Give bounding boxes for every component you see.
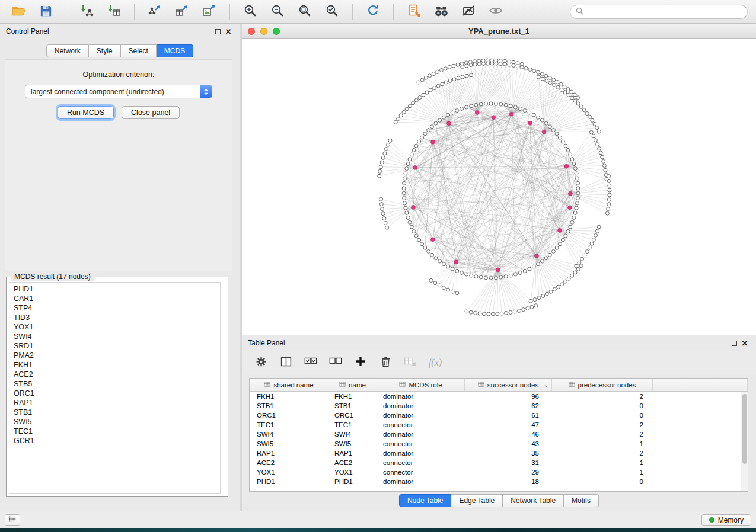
- table-cell[interactable]: 61: [465, 411, 552, 420]
- mcds-result-item[interactable]: ORC1: [14, 389, 216, 398]
- table-cell[interactable]: 1: [552, 458, 653, 467]
- table-cell[interactable]: 2: [552, 448, 653, 458]
- zoom-fit-button[interactable]: [292, 2, 317, 21]
- mcds-result-item[interactable]: SWI5: [14, 417, 216, 427]
- mcds-result-item[interactable]: PMA2: [14, 351, 216, 360]
- float-panel-button[interactable]: [212, 26, 223, 37]
- scrollbar-thumb[interactable]: [742, 394, 747, 464]
- mcds-result-item[interactable]: SRD1: [14, 341, 216, 351]
- table-row[interactable]: RAP1RAP1dominator352: [250, 448, 748, 458]
- table-cell[interactable]: 1: [552, 439, 653, 448]
- network-canvas[interactable]: [242, 39, 756, 335]
- mcds-result-item[interactable]: TEC1: [14, 427, 216, 436]
- table-cell[interactable]: 47: [465, 420, 552, 430]
- chevron-down-icon[interactable]: ⌄: [544, 382, 548, 388]
- column-header-predecessor-nodes[interactable]: predecessor nodes: [552, 379, 653, 391]
- table-cell[interactable]: 96: [465, 392, 552, 401]
- table-cell[interactable]: STB1: [328, 401, 377, 411]
- table-cell[interactable]: RAP1: [328, 448, 377, 458]
- table-cell[interactable]: TEC1: [250, 420, 328, 430]
- function-builder-button[interactable]: f(x): [425, 354, 446, 371]
- table-cell[interactable]: 1: [552, 467, 653, 477]
- table-cell[interactable]: 2: [552, 430, 653, 439]
- import-network-file-button[interactable]: [74, 2, 99, 21]
- minimize-window-button[interactable]: [260, 28, 267, 35]
- table-row[interactable]: YOX1YOX1connector291: [250, 467, 748, 477]
- network-graph[interactable]: [242, 39, 756, 335]
- table-cell[interactable]: ACE2: [328, 458, 377, 467]
- table-cell[interactable]: ORC1: [250, 411, 328, 420]
- table-row[interactable]: ORC1ORC1dominator610: [250, 411, 748, 420]
- select-all-button[interactable]: [300, 354, 321, 371]
- table-cell[interactable]: FKH1: [328, 392, 377, 401]
- table-row[interactable]: ACE2ACE2connector311: [250, 458, 748, 467]
- mcds-result-item[interactable]: FKH1: [14, 360, 216, 370]
- table-cell[interactable]: connector: [377, 420, 465, 430]
- table-cell[interactable]: SWI5: [250, 439, 328, 448]
- mcds-result-item[interactable]: RAP1: [14, 398, 216, 408]
- mcds-result-item[interactable]: GCR1: [14, 436, 216, 446]
- search-network-button[interactable]: [429, 2, 454, 21]
- table-cell[interactable]: PHD1: [250, 477, 328, 486]
- delete-row-button[interactable]: [375, 354, 396, 371]
- mcds-result-item[interactable]: SWI4: [14, 332, 216, 341]
- close-window-button[interactable]: [248, 28, 255, 35]
- mcds-result-item[interactable]: STB5: [14, 379, 216, 389]
- tab-mcds[interactable]: MCDS: [157, 44, 193, 57]
- table-cell[interactable]: connector: [377, 467, 465, 477]
- tab-style[interactable]: Style: [89, 44, 121, 57]
- table-row[interactable]: STB1STB1dominator620: [250, 401, 748, 411]
- clone-network-button[interactable]: [401, 2, 426, 21]
- show-columns-button[interactable]: [275, 354, 296, 371]
- table-cell[interactable]: 0: [552, 401, 653, 411]
- mcds-result-item[interactable]: STP4: [14, 303, 216, 313]
- float-table-panel-button[interactable]: [729, 338, 739, 348]
- table-cell[interactable]: 43: [465, 439, 552, 448]
- mcds-result-item[interactable]: STB1: [14, 408, 216, 417]
- delete-disabled-button[interactable]: [400, 354, 421, 371]
- column-header-shared-name[interactable]: shared name: [250, 379, 328, 391]
- table-cell[interactable]: 2: [552, 392, 653, 401]
- table-cell[interactable]: YOX1: [250, 467, 328, 477]
- table-cell[interactable]: STB1: [250, 401, 328, 411]
- zoom-selected-button[interactable]: [320, 2, 344, 21]
- zoom-in-button[interactable]: [238, 2, 263, 21]
- table-row[interactable]: TEC1TEC1connector472: [250, 420, 748, 430]
- table-cell[interactable]: connector: [377, 458, 465, 467]
- table-cell[interactable]: dominator: [377, 430, 465, 439]
- table-cell[interactable]: 31: [465, 458, 552, 467]
- table-cell[interactable]: 35: [465, 448, 552, 458]
- mcds-result-item[interactable]: CAR1: [14, 294, 216, 303]
- table-cell[interactable]: dominator: [377, 392, 465, 401]
- table-row[interactable]: FKH1FKH1dominator962: [250, 392, 748, 401]
- table-cell[interactable]: dominator: [377, 448, 465, 458]
- column-header-name[interactable]: name: [328, 379, 377, 391]
- table-cell[interactable]: RAP1: [250, 448, 328, 458]
- mcds-result-item[interactable]: YOX1: [14, 322, 216, 332]
- column-header-mcds-role[interactable]: MCDS role: [377, 379, 465, 391]
- search-input[interactable]: [586, 8, 742, 16]
- table-cell[interactable]: SWI5: [328, 439, 377, 448]
- save-button[interactable]: [33, 2, 58, 21]
- table-row[interactable]: PHD1PHD1dominator180: [250, 477, 748, 486]
- import-table-file-button[interactable]: [101, 2, 126, 21]
- table-cell[interactable]: 18: [465, 477, 552, 486]
- table-row[interactable]: SWI4SWI4dominator462: [250, 430, 748, 439]
- tab-select[interactable]: Select: [121, 44, 157, 57]
- tab-motifs[interactable]: Motifs: [564, 494, 599, 507]
- table-cell[interactable]: 62: [465, 401, 552, 411]
- refresh-button[interactable]: [361, 2, 385, 21]
- show-graphics-button[interactable]: [483, 2, 508, 21]
- add-row-button[interactable]: [350, 354, 371, 371]
- table-cell[interactable]: ORC1: [328, 411, 377, 420]
- table-cell[interactable]: SWI4: [250, 430, 328, 439]
- table-cell[interactable]: dominator: [377, 411, 465, 420]
- export-table-button[interactable]: [170, 2, 194, 21]
- optimization-criterion-select[interactable]: largest connected component (undirected): [25, 85, 212, 98]
- run-mcds-button[interactable]: Run MCDS: [58, 106, 114, 119]
- open-file-button[interactable]: [6, 2, 31, 21]
- table-cell[interactable]: ACE2: [250, 458, 328, 467]
- table-cell[interactable]: 29: [465, 467, 552, 477]
- close-table-panel-button[interactable]: ✕: [739, 338, 750, 348]
- settings-button[interactable]: [250, 354, 272, 371]
